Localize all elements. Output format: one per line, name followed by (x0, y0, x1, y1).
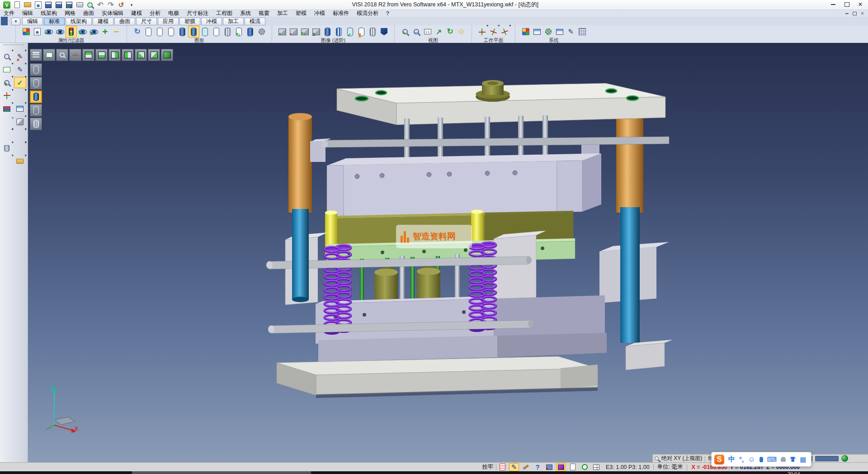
solid-snap-icon[interactable] (556, 463, 566, 471)
maximize-button[interactable] (840, 0, 854, 9)
traffic-filter-icon[interactable] (66, 26, 77, 38)
magnify-solid-icon[interactable] (1, 77, 13, 88)
color-palette-icon[interactable] (520, 26, 531, 38)
delete-trash-icon[interactable] (1, 142, 13, 154)
cylinder-blue-icon[interactable] (322, 26, 333, 38)
zoom-in-icon[interactable] (399, 26, 410, 38)
shade-hidden-icon[interactable] (30, 77, 42, 90)
notes-icon[interactable] (497, 463, 507, 471)
minimize-button[interactable] (826, 0, 840, 9)
window-icon[interactable] (591, 463, 601, 471)
ucs-triad-icon[interactable] (69, 49, 81, 61)
menu-item-mesh[interactable]: 网格 (65, 9, 75, 17)
ime-toolbox-icon[interactable] (800, 455, 806, 464)
cylinder-copy-icon[interactable] (245, 26, 256, 38)
view-left-icon[interactable] (122, 49, 134, 61)
cylinder-wireframe-icon[interactable] (222, 26, 233, 38)
refresh-visibility-icon[interactable] (77, 26, 88, 38)
menu-item-solid-edit[interactable]: 实体编辑 (102, 9, 123, 17)
solids-refresh-icon[interactable] (299, 26, 311, 38)
palette-brush-icon[interactable] (20, 26, 32, 38)
tab-surface[interactable]: 曲面 (114, 18, 135, 25)
cylinder-tag-icon[interactable] (356, 26, 367, 38)
mdi-restore-icon[interactable] (851, 10, 859, 16)
mdi-close-icon[interactable] (859, 10, 866, 16)
solids-traffic-icon[interactable] (288, 26, 299, 38)
workplane-axis-icon[interactable] (476, 26, 488, 38)
visi-logo-icon[interactable]: V (2, 1, 12, 9)
cylinder-hatch-icon[interactable] (367, 26, 378, 38)
shade-solid-icon[interactable] (30, 90, 42, 103)
tab-progress[interactable]: 冲模 (201, 18, 222, 25)
print-icon[interactable] (75, 1, 85, 9)
zoom-sketch-icon[interactable] (1, 51, 13, 62)
tab-mould[interactable]: 塑膜 (179, 18, 200, 25)
layer-manager-icon[interactable] (531, 26, 542, 38)
add-plus-icon[interactable] (99, 26, 111, 38)
ime-mode-toggle[interactable]: 中 (728, 455, 735, 464)
menu-item-dimension[interactable]: 尺寸标注 (187, 9, 208, 17)
solid-cube-icon[interactable] (14, 116, 26, 128)
touch-icon[interactable] (521, 463, 531, 471)
ime-emoji-icon[interactable] (748, 455, 755, 464)
units-readout[interactable]: 单位: 毫米 (657, 463, 683, 471)
pan-arrow-icon[interactable] (433, 26, 444, 38)
ime-account-icon[interactable] (781, 457, 786, 462)
solids-add-icon[interactable] (277, 26, 288, 38)
zoom-window-icon[interactable] (410, 26, 422, 38)
ime-punctuation-toggle[interactable]: °, (739, 455, 744, 463)
ime-logo-icon[interactable]: S (714, 455, 724, 465)
sheet-icon[interactable] (568, 463, 578, 471)
mdi-minimize-icon[interactable] (843, 10, 851, 16)
save-as-icon[interactable] (54, 1, 64, 9)
tab-machining[interactable]: 加工 (223, 18, 244, 25)
help-status-icon[interactable] (533, 463, 542, 471)
erase-sketch-icon[interactable] (14, 51, 26, 62)
menu-item-modeling[interactable]: 建模 (131, 9, 142, 17)
package-icon[interactable] (544, 463, 554, 471)
cylinder-check-icon[interactable] (344, 26, 356, 38)
more-options-icon[interactable] (127, 1, 137, 9)
regen-icon[interactable] (1, 116, 13, 128)
tab-standard[interactable]: 标准 (44, 18, 65, 25)
tab-modeling[interactable]: 建模 (93, 18, 113, 25)
workplane-rotate-icon[interactable] (499, 26, 510, 38)
cylinder-outline-icon[interactable] (154, 26, 165, 38)
select-filter-icon[interactable] (565, 26, 576, 38)
open-item-icon[interactable] (14, 156, 26, 167)
view-orientation[interactable]: 绝对 XY (上视图) (661, 455, 702, 462)
undo-icon[interactable] (95, 1, 105, 9)
close-button[interactable] (854, 0, 867, 9)
revert-icon[interactable] (116, 1, 126, 9)
page-eye-icon[interactable] (32, 26, 43, 38)
menu-item-file[interactable]: 文件 (4, 9, 14, 17)
menu-item-help[interactable]: ? (386, 10, 389, 17)
options-window-icon[interactable] (554, 26, 565, 38)
taskbar-app-button[interactable] (132, 471, 311, 474)
shade-hatch-icon[interactable] (30, 118, 42, 130)
menu-item-machining[interactable]: 加工 (277, 9, 288, 17)
system-settings-icon[interactable] (542, 26, 554, 38)
view-top-icon[interactable] (82, 49, 94, 61)
tab-edit[interactable]: 编辑 (22, 18, 43, 25)
tab-apply[interactable]: 应用 (158, 18, 179, 25)
3d-viewport[interactable]: Z X 智造资料网 (28, 43, 868, 462)
cylinder-striped-icon[interactable] (333, 26, 344, 38)
ucs-axis-icon[interactable] (1, 90, 13, 101)
ime-microphone-icon[interactable] (760, 457, 763, 462)
color-swatch[interactable] (815, 456, 839, 461)
menu-item-standard-parts[interactable]: 标准件 (333, 9, 349, 17)
menu-item-window[interactable]: 视窗 (259, 9, 269, 17)
menu-item-flow-analysis[interactable]: 模流分析 (357, 9, 378, 17)
view-front-icon[interactable] (135, 49, 147, 61)
menu-item-progress[interactable]: 冲模 (314, 9, 325, 17)
ime-skin-icon[interactable] (790, 457, 796, 462)
remove-minus-icon[interactable] (111, 26, 122, 38)
cylinder-ghost-icon[interactable] (211, 26, 222, 38)
zoom-actual-icon[interactable] (422, 26, 433, 38)
tab-wireframe[interactable]: 线架构 (66, 18, 92, 25)
view-refresh-icon[interactable] (444, 26, 456, 38)
open-file-icon[interactable] (23, 1, 33, 9)
cylinder-outline-icon[interactable] (143, 26, 154, 38)
redo-icon[interactable] (106, 1, 116, 9)
